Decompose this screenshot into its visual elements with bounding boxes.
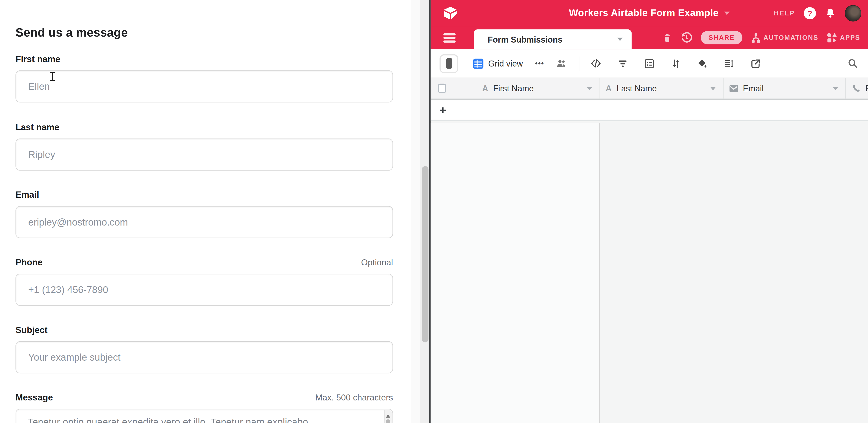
subject-input[interactable] bbox=[16, 341, 393, 373]
notifications-bell-icon[interactable] bbox=[825, 7, 836, 19]
apps-button[interactable]: APPS bbox=[827, 32, 860, 43]
column-header-phone[interactable]: Phone bbox=[846, 78, 868, 98]
pane-divider bbox=[429, 0, 431, 423]
message-scroll-thumb[interactable] bbox=[386, 419, 390, 423]
table-header-row: A First Name A Last Name Email bbox=[431, 78, 868, 100]
grid-view-icon bbox=[473, 58, 484, 69]
apps-icon bbox=[827, 32, 838, 43]
field-email: Email bbox=[16, 190, 393, 238]
filter-icon[interactable] bbox=[617, 58, 628, 69]
text-field-type-icon: A bbox=[606, 84, 612, 93]
automations-icon bbox=[751, 32, 761, 43]
email-label: Email bbox=[16, 190, 39, 200]
first-name-label: First name bbox=[16, 54, 60, 64]
column-header-last-name[interactable]: A Last Name bbox=[600, 78, 723, 98]
scroll-up-arrow-icon[interactable] bbox=[386, 414, 390, 418]
share-view-icon[interactable] bbox=[750, 58, 761, 69]
airtable-topbar: Workers Airtable Form Example HELP ? bbox=[431, 0, 868, 26]
sidebar-menu-icon[interactable] bbox=[443, 33, 456, 42]
view-name: Grid view bbox=[488, 59, 523, 68]
sort-icon[interactable] bbox=[671, 58, 681, 69]
form-title: Send us a message bbox=[16, 26, 128, 40]
grid-first-column-area[interactable] bbox=[431, 123, 600, 423]
field-last-name: Last name bbox=[16, 122, 393, 171]
add-row-button[interactable]: + bbox=[431, 100, 868, 121]
hide-fields-icon[interactable] bbox=[590, 58, 602, 69]
column-caret-icon[interactable] bbox=[710, 87, 716, 90]
plus-icon: + bbox=[439, 103, 446, 117]
active-table-name: Form Submissions bbox=[488, 34, 562, 44]
base-title[interactable]: Workers Airtable Form Example bbox=[569, 7, 719, 19]
message-text-value: Tenetur optio quaerat expedita vero et i… bbox=[28, 417, 376, 423]
table-caret-icon[interactable] bbox=[617, 38, 623, 41]
email-field-type-icon bbox=[729, 85, 739, 92]
field-phone: Phone Optional bbox=[16, 258, 393, 306]
grid-empty-canvas[interactable] bbox=[431, 123, 868, 423]
subject-label: Subject bbox=[16, 325, 48, 335]
row-height-icon[interactable] bbox=[723, 58, 735, 69]
view-more-options-icon[interactable]: ••• bbox=[535, 59, 544, 68]
contact-form-pane: Send us a message First name Last name E… bbox=[0, 0, 411, 423]
help-icon[interactable]: ? bbox=[804, 7, 816, 19]
screenshot-root: Send us a message First name Last name E… bbox=[0, 0, 868, 423]
message-label: Message bbox=[16, 393, 53, 402]
email-input[interactable] bbox=[16, 206, 393, 238]
column-caret-icon[interactable] bbox=[833, 87, 838, 90]
history-icon[interactable] bbox=[680, 32, 692, 44]
search-icon[interactable] bbox=[847, 58, 858, 69]
grid-view-selector[interactable]: Grid view bbox=[473, 58, 523, 69]
last-name-input[interactable] bbox=[16, 139, 393, 171]
column-header-first-name[interactable]: A First Name bbox=[431, 78, 600, 98]
help-label[interactable]: HELP bbox=[774, 9, 795, 17]
share-button[interactable]: SHARE bbox=[701, 31, 742, 44]
field-subject: Subject bbox=[16, 325, 393, 373]
phone-label: Phone bbox=[16, 258, 42, 267]
phone-field-type-icon bbox=[851, 84, 861, 93]
automations-button[interactable]: AUTOMATIONS bbox=[751, 32, 818, 43]
phone-optional-note: Optional bbox=[361, 258, 393, 267]
message-scrollbar[interactable] bbox=[384, 410, 392, 423]
left-pane-scrollbar-track[interactable] bbox=[411, 0, 429, 423]
view-toolbar: Grid view ••• bbox=[431, 49, 868, 78]
tab-form-submissions[interactable]: Form Submissions bbox=[474, 29, 631, 50]
toolbar-divider bbox=[580, 56, 580, 71]
column-caret-icon[interactable] bbox=[587, 87, 592, 90]
collaborators-icon[interactable] bbox=[555, 58, 568, 69]
phone-input[interactable] bbox=[16, 274, 393, 306]
airtable-tabbar: Form Submissions SHARE bbox=[431, 26, 868, 49]
first-name-input[interactable] bbox=[16, 70, 393, 103]
trash-icon[interactable] bbox=[662, 32, 672, 43]
group-icon[interactable] bbox=[644, 58, 655, 69]
user-avatar[interactable] bbox=[845, 5, 861, 21]
last-name-label: Last name bbox=[16, 122, 59, 132]
left-pane-scrollbar-thumb[interactable] bbox=[422, 166, 429, 342]
topbar-right-cluster: HELP ? bbox=[774, 0, 861, 26]
message-maxchars-note: Max. 500 characters bbox=[315, 393, 393, 402]
airtable-pane: Workers Airtable Form Example HELP ? For… bbox=[431, 0, 868, 423]
text-cursor-ibeam bbox=[49, 72, 56, 81]
select-all-checkbox[interactable] bbox=[438, 84, 446, 93]
text-field-type-icon: A bbox=[482, 84, 488, 93]
base-title-caret-icon[interactable] bbox=[724, 11, 730, 14]
field-first-name: First name bbox=[16, 54, 393, 102]
color-icon[interactable] bbox=[697, 58, 708, 69]
tabbar-right-cluster: SHARE AUTOMATIONS bbox=[662, 26, 860, 49]
view-sidebar-toggle-button[interactable] bbox=[439, 54, 458, 73]
column-header-email[interactable]: Email bbox=[723, 78, 846, 98]
